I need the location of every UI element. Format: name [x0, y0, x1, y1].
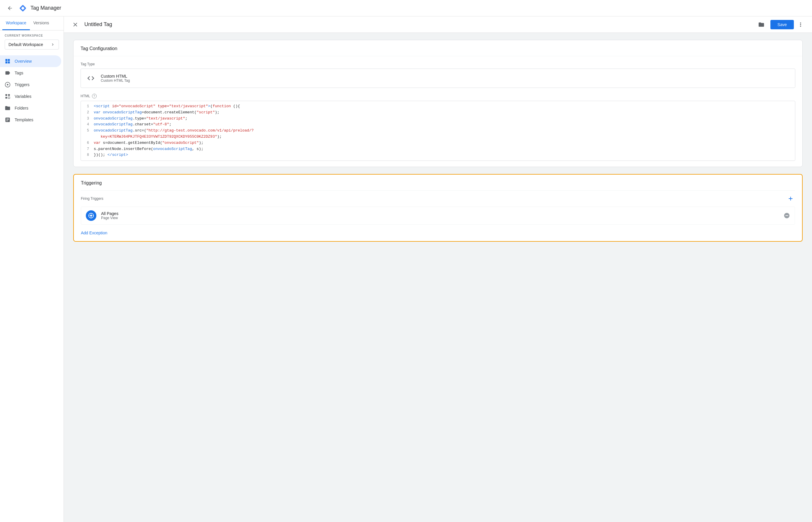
sidebar-item-templates[interactable]: Templates: [0, 114, 61, 126]
code-line-8: 8 })(); </script>: [81, 152, 795, 158]
close-button[interactable]: [71, 20, 80, 29]
app-logo: [19, 4, 27, 12]
firing-triggers-label: Firing Triggers: [81, 197, 103, 201]
tag-type-info: Custom HTML Custom HTML Tag: [101, 74, 130, 83]
code-line-1: 1 <script id="onvocadoScript" type="text…: [81, 103, 795, 109]
trigger-type: Page View: [101, 216, 118, 220]
save-button[interactable]: Save: [770, 20, 794, 29]
content-area: Tag Configuration Tag Type Custom HTML C…: [64, 33, 812, 522]
add-trigger-button[interactable]: [786, 194, 795, 203]
tag-type-desc: Custom HTML Tag: [101, 79, 130, 83]
html-info-icon[interactable]: ?: [92, 94, 97, 98]
sidebar-item-label-tags: Tags: [15, 71, 23, 75]
code-line-5: 5 onvocadoScriptTag.src=("http://gtag-te…: [81, 128, 795, 140]
trigger-icon-circle: [86, 210, 96, 221]
tags-icon: [5, 70, 11, 76]
trigger-name: All Pages: [101, 211, 118, 216]
tag-type-selector[interactable]: Custom HTML Custom HTML Tag: [81, 68, 795, 88]
sidebar-item-overview[interactable]: Overview: [0, 55, 61, 67]
workspace-section-label: CURRENT WORKSPACE: [5, 34, 59, 37]
sidebar-item-label-triggers: Triggers: [15, 82, 29, 87]
code-line-4: 4 onvocadoScriptTag.charset="utf-8";: [81, 122, 795, 128]
bottom-spacer: [73, 249, 803, 256]
panel-header-tag-config: Tag Configuration: [74, 40, 802, 56]
sidebar-item-label-folders: Folders: [15, 106, 28, 111]
panel-body-tag-config: Tag Type Custom HTML Custom HTML Tag: [74, 56, 802, 167]
html-section-label: HTML ?: [81, 94, 795, 98]
sidebar-item-label-variables: Variables: [15, 94, 31, 99]
code-line-6: 6 var s=document.getElementById("onvocad…: [81, 140, 795, 146]
triggers-icon: [5, 82, 11, 87]
trigger-item-all-pages[interactable]: All Pages Page View: [81, 206, 795, 225]
tag-editor-header: Untitled Tag Save: [64, 16, 812, 33]
code-editor[interactable]: 1 <script id="onvocadoScript" type="text…: [81, 101, 795, 161]
workspace-name: Default Workspace: [8, 42, 43, 47]
triggering-title: Triggering: [81, 180, 795, 186]
sidebar-item-folders[interactable]: Folders: [0, 102, 61, 114]
overview-icon: [5, 58, 11, 64]
code-line-7: 7 s.parentNode.insertBefore(onvocadoScri…: [81, 146, 795, 152]
templates-icon: [5, 117, 11, 123]
triggering-header: Triggering: [74, 175, 802, 190]
svg-rect-5: [8, 94, 10, 96]
trigger-info: All Pages Page View: [101, 211, 118, 220]
more-options-button[interactable]: [796, 20, 805, 29]
workspace-selector[interactable]: Default Workspace: [5, 40, 59, 49]
nav-items: Overview Tags Triggers: [0, 53, 64, 128]
svg-rect-4: [5, 94, 7, 96]
tab-versions[interactable]: Versions: [30, 16, 53, 30]
add-exception-button[interactable]: Add Exception: [74, 227, 114, 241]
trigger-item-left: All Pages Page View: [86, 210, 118, 221]
custom-html-icon: [85, 73, 96, 83]
app-title: Tag Manager: [31, 5, 61, 11]
triggering-panel: Triggering Firing Triggers: [73, 174, 803, 242]
svg-point-3: [7, 84, 8, 85]
triggers-section: Firing Triggers: [74, 190, 802, 225]
sidebar-item-triggers[interactable]: Triggers: [0, 79, 61, 91]
svg-rect-7: [8, 97, 10, 99]
tag-type-label: Tag Type: [81, 62, 795, 66]
app-header: Tag Manager: [0, 0, 812, 16]
tab-workspace[interactable]: Workspace: [2, 16, 30, 30]
code-line-3: 3 onvocadoScriptTag.type="text/javascrip…: [81, 116, 795, 122]
workspace-section: CURRENT WORKSPACE Default Workspace: [0, 31, 64, 53]
sidebar-item-tags[interactable]: Tags: [0, 67, 61, 79]
folder-button[interactable]: [757, 20, 766, 29]
tag-title: Untitled Tag: [84, 21, 752, 27]
firing-triggers-row: Firing Triggers: [81, 190, 795, 206]
tag-configuration-panel: Tag Configuration Tag Type Custom HTML C…: [73, 40, 803, 167]
svg-rect-6: [5, 97, 7, 99]
svg-point-9: [90, 215, 92, 217]
sidebar-item-label-overview: Overview: [15, 59, 32, 64]
sidebar-tabs: Workspace Versions: [0, 16, 64, 31]
folders-icon: [5, 105, 11, 111]
remove-trigger-button[interactable]: [784, 213, 790, 219]
tag-config-title: Tag Configuration: [81, 46, 795, 51]
sidebar: Workspace Versions CURRENT WORKSPACE Def…: [0, 16, 64, 522]
variables-icon: [5, 94, 11, 99]
sidebar-item-label-templates: Templates: [15, 118, 34, 122]
sidebar-item-variables[interactable]: Variables: [0, 91, 61, 102]
tag-type-name: Custom HTML: [101, 74, 130, 79]
code-line-2: 2 var onvocadoScriptTag=document.createE…: [81, 109, 795, 116]
back-button[interactable]: [5, 3, 15, 14]
code-lines: 1 <script id="onvocadoScript" type="text…: [81, 101, 795, 161]
